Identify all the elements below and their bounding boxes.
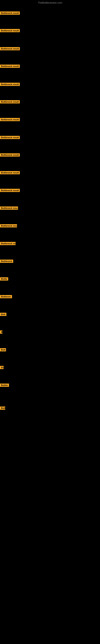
bottleneck-badge-5: Bottleneck result — [0, 100, 20, 104]
bottleneck-badge-9: Bottleneck result — [0, 171, 20, 175]
bottleneck-badge-14: Bottleneck — [0, 260, 13, 264]
bottleneck-badge-10: Bottleneck result — [0, 189, 20, 193]
bottleneck-badge-15: Bottle — [0, 277, 8, 281]
bottleneck-badge-18: B — [0, 330, 2, 334]
bottleneck-badge-7: Bottleneck result — [0, 136, 20, 140]
badge-text-12: Bottleneck resu — [0, 224, 17, 228]
bottleneck-badge-17: Bott — [0, 313, 6, 317]
badge-text-4: Bottleneck result — [0, 83, 20, 86]
badge-text-11: Bottleneck resu — [0, 206, 18, 210]
badge-text-10: Bottleneck result — [0, 189, 20, 192]
badge-text-20: Bo — [0, 366, 3, 369]
badge-text-2: Bottleneck result — [0, 47, 20, 50]
badge-text-0: Bottleneck result — [0, 12, 20, 15]
badge-text-1: Bottleneck result — [0, 29, 20, 32]
badge-text-17: Bott — [0, 313, 6, 316]
badge-text-3: Bottleneck result — [0, 64, 20, 68]
bottleneck-badge-8: Bottleneck result — [0, 153, 20, 158]
badge-text-16: Bottlenec — [0, 295, 12, 298]
badge-text-13: Bottleneck res — [0, 242, 16, 245]
badge-text-7: Bottleneck result — [0, 136, 20, 139]
bottleneck-badge-2: Bottleneck result — [0, 47, 20, 51]
bottleneck-badge-19: Bott — [0, 348, 6, 352]
badge-text-19: Bott — [0, 348, 6, 352]
badge-text-22: Bolt — [0, 406, 5, 410]
bottleneck-badge-3: Bottleneck result — [0, 64, 20, 69]
bottleneck-badge-0: Bottleneck result — [0, 12, 20, 16]
bottleneck-badge-21: Bottler — [0, 384, 9, 388]
badge-text-21: Bottler — [0, 384, 9, 387]
bottleneck-badge-6: Bottleneck result — [0, 118, 20, 122]
bottleneck-badge-12: Bottleneck resu — [0, 224, 17, 228]
badge-text-8: Bottleneck result — [0, 153, 20, 156]
bottleneck-badge-11: Bottleneck resu — [0, 206, 18, 210]
bottleneck-badge-20: Bo — [0, 366, 3, 370]
site-title: TheBottlenecker.com — [0, 1, 100, 4]
badge-text-14: Bottleneck — [0, 260, 13, 263]
bottleneck-badge-4: Bottleneck result — [0, 83, 20, 87]
badge-text-9: Bottleneck result — [0, 171, 20, 174]
badge-text-5: Bottleneck result — [0, 100, 20, 104]
badge-text-18: B — [0, 330, 2, 334]
bottleneck-badge-1: Bottleneck result — [0, 29, 20, 33]
bottleneck-badge-13: Bottleneck res — [0, 242, 16, 246]
badge-text-6: Bottleneck result — [0, 118, 20, 121]
badge-text-15: Bottle — [0, 277, 8, 280]
bottleneck-badge-16: Bottlenec — [0, 295, 12, 299]
bottleneck-badge-22: Bolt — [0, 406, 5, 410]
